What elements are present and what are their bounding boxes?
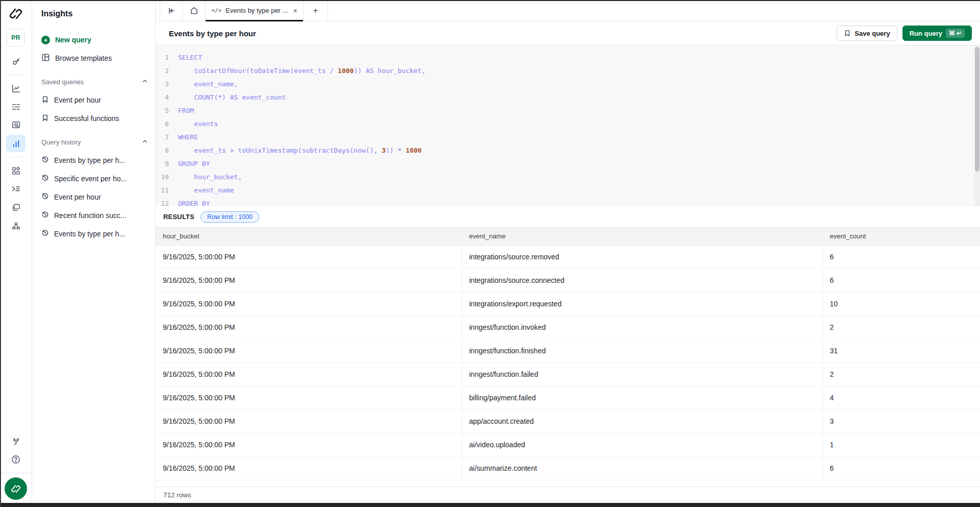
code-text: event_ts > toUnixTimestamp(subtractDays(…: [178, 144, 421, 157]
clipped-table-row: [156, 480, 980, 487]
bookmark-icon: [41, 95, 49, 105]
cell-event-count: 31: [822, 339, 980, 363]
terminal-icon[interactable]: [6, 180, 26, 198]
cell-event-name: integrations/source.connected: [462, 269, 822, 292]
code-line: 1 SELECT: [156, 51, 980, 64]
saved-query-item[interactable]: Successful functions: [41, 109, 148, 128]
cell-event-count: 6: [822, 245, 980, 269]
rail-divider: [0, 473, 32, 473]
apps-icon[interactable]: [6, 162, 26, 179]
cell-hour-bucket: 9/16/2025, 5:00:00 PM: [156, 339, 462, 363]
webhook-icon[interactable]: [6, 217, 26, 234]
history-item[interactable]: Events by type per h...: [41, 151, 148, 170]
integrations-plug-icon[interactable]: [6, 432, 26, 450]
environments-icon[interactable]: [6, 199, 26, 216]
table-row[interactable]: 9/16/2025, 5:00:00 PM integrations/sourc…: [156, 245, 980, 269]
history-item[interactable]: Specific event per ho...: [41, 170, 148, 188]
editor-scrollbar[interactable]: [974, 45, 980, 206]
cell-event-name: app/account.created: [462, 409, 822, 433]
table-row[interactable]: 9/16/2025, 5:00:00 PM billing/payment.fa…: [156, 386, 980, 409]
code-line: 2 toStartOfHour(toDateTime(event_ts / 10…: [156, 64, 980, 78]
insights-icon[interactable]: [6, 135, 26, 152]
code-line: 4 COUNT(*) AS event_count: [156, 91, 980, 104]
table-row[interactable]: 9/16/2025, 5:00:00 PM app/account.create…: [156, 409, 980, 433]
window-bottom-edge: [0, 503, 980, 507]
templates-icon: [41, 53, 50, 63]
tab-events-by-type[interactable]: </> Events by type per ... ×: [206, 0, 304, 21]
row-count-label: 712 rows: [163, 491, 191, 499]
workspace-avatar[interactable]: PR: [7, 29, 25, 47]
keys-icon[interactable]: [6, 53, 26, 70]
run-query-label: Run query: [910, 30, 942, 37]
editor-scrollbar-thumb[interactable]: [975, 47, 979, 172]
history-item[interactable]: Recent function succ...: [41, 206, 148, 225]
cell-event-name: integrations/source.removed: [462, 245, 822, 269]
table-row[interactable]: 9/16/2025, 5:00:00 PM inngest/function.f…: [156, 363, 980, 386]
cell-event-count: 10: [822, 292, 980, 316]
code-text: hour_bucket,: [178, 171, 242, 184]
query-history-section-header[interactable]: Query history: [41, 136, 148, 148]
code-text: event_name: [178, 184, 234, 197]
code-text: COUNT(*) AS event_count: [178, 91, 286, 104]
code-line: 3 event_name,: [156, 78, 980, 91]
table-row[interactable]: 9/16/2025, 5:00:00 PM integrations/sourc…: [156, 269, 980, 292]
new-tab-button[interactable]: +: [304, 0, 328, 21]
close-tab-icon[interactable]: ×: [293, 7, 297, 15]
window-top-edge: [0, 0, 980, 1]
table-row[interactable]: 9/16/2025, 5:00:00 PM inngest/function.i…: [156, 316, 980, 339]
history-clock-icon: [41, 229, 49, 238]
cell-hour-bucket: 9/16/2025, 5:00:00 PM: [156, 433, 462, 456]
history-item-label: Events by type per h...: [54, 230, 125, 238]
events-search-icon[interactable]: [6, 116, 26, 134]
home-tab-button[interactable]: [183, 0, 206, 21]
line-number: 6: [156, 117, 178, 131]
table-row[interactable]: 9/16/2025, 5:00:00 PM integrations/expor…: [156, 292, 980, 316]
saved-query-label: Event per hour: [54, 96, 101, 104]
save-query-button[interactable]: Save query: [837, 26, 897, 41]
collapse-sidebar-button[interactable]: [160, 0, 183, 21]
history-item-label: Events by type per h...: [54, 156, 125, 164]
new-query-button[interactable]: + New query: [41, 31, 148, 49]
saved-query-label: Successful functions: [54, 114, 119, 123]
cell-event-name: billing/payment.failed: [462, 386, 822, 409]
icon-rail: PR: [0, 0, 32, 507]
cell-event-count: 6: [822, 456, 980, 480]
saved-queries-section-header[interactable]: Saved queries: [41, 76, 148, 88]
user-avatar[interactable]: [5, 477, 27, 500]
cell-hour-bucket: 9/16/2025, 5:00:00 PM: [156, 363, 462, 386]
code-line: 12 ORDER BY: [156, 197, 980, 206]
cell-event-name: integrations/export.requested: [462, 292, 822, 316]
column-header-hour-bucket[interactable]: hour_bucket: [156, 228, 462, 245]
history-item[interactable]: Event per hour: [41, 188, 148, 206]
column-header-event-name[interactable]: event_name: [462, 228, 822, 245]
line-number: 3: [156, 78, 178, 91]
plus-circle-icon: +: [41, 36, 50, 44]
table-row[interactable]: 9/16/2025, 5:00:00 PM inngest/function.f…: [156, 339, 980, 363]
column-header-event-count[interactable]: event_count: [822, 228, 980, 245]
code-text: WHERE: [178, 131, 198, 144]
cell-event-name: inngest/function.invoked: [462, 316, 822, 339]
run-query-button[interactable]: Run query ⌘ ↵: [902, 26, 972, 41]
enter-key-icon: ↵: [957, 30, 962, 37]
metrics-icon[interactable]: [6, 80, 26, 97]
table-header-row: hour_bucket event_name event_count: [156, 228, 980, 245]
save-query-label: Save query: [855, 30, 890, 37]
chevron-up-icon: [142, 138, 148, 146]
code-line: 6 events: [156, 117, 980, 131]
results-footer: 712 rows: [156, 487, 980, 503]
history-item[interactable]: Events by type per h...: [41, 225, 148, 243]
section-label: Query history: [41, 138, 81, 146]
saved-query-item[interactable]: Event per hour: [41, 91, 148, 109]
runs-icon[interactable]: [6, 98, 26, 115]
query-header: Events by type per hour Save query Run q…: [156, 21, 980, 45]
help-icon[interactable]: [6, 451, 26, 468]
row-limit-badge[interactable]: Row limit : 1000: [200, 211, 259, 223]
code-line: 7 WHERE: [156, 131, 980, 144]
table-row[interactable]: 9/16/2025, 5:00:00 PM ai/video.uploaded …: [156, 433, 980, 456]
tab-label: Events by type per ...: [225, 7, 288, 14]
cell-hour-bucket: 9/16/2025, 5:00:00 PM: [156, 386, 462, 409]
browse-templates-button[interactable]: Browse templates: [41, 49, 148, 67]
sql-editor[interactable]: 1 SELECT 2 toStartOfHour(toDateTime(even…: [156, 45, 980, 206]
line-number: 10: [156, 171, 178, 184]
table-row[interactable]: 9/16/2025, 5:00:00 PM ai/summarize.conte…: [156, 456, 980, 480]
